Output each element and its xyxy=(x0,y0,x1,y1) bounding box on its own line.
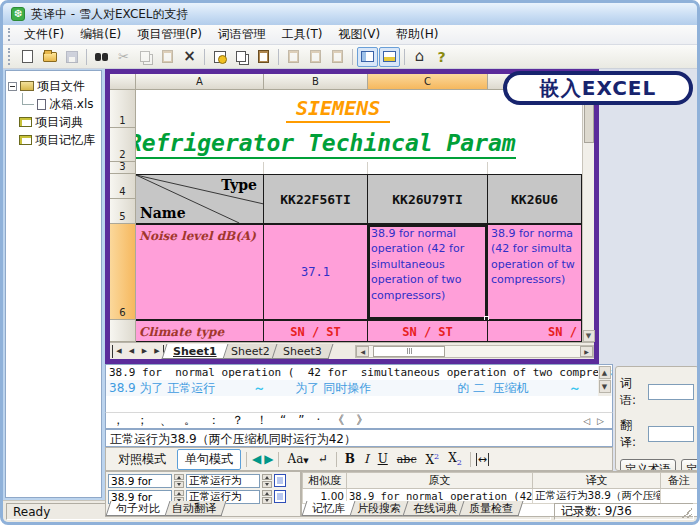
tab-sheet3[interactable]: Sheet3 xyxy=(272,344,334,359)
cell-climate-c[interactable]: SN / ST xyxy=(368,320,488,342)
tree-item-project-memory[interactable]: 项目记忆库 xyxy=(8,131,99,149)
tab-quality-check[interactable]: 质量检查 xyxy=(459,501,524,516)
row-header-3[interactable]: 3 xyxy=(110,162,136,174)
next-segment-icon[interactable]: ▶ xyxy=(264,452,273,466)
row-header-7[interactable] xyxy=(110,320,136,342)
scroll-left-icon[interactable]: ◀ xyxy=(356,346,369,357)
cell-climate-b[interactable]: SN / ST xyxy=(264,320,368,342)
open-file-button[interactable] xyxy=(39,47,60,67)
sentence-view[interactable]: 38.9 for normal operation ( 42 for simul… xyxy=(105,364,613,412)
paste-c-button[interactable] xyxy=(327,47,348,67)
menu-grip[interactable] xyxy=(8,28,11,41)
copy-fragment-icon[interactable] xyxy=(274,490,286,503)
paste-fragment-icon[interactable] xyxy=(274,474,286,487)
vertical-scroll-thumb[interactable] xyxy=(584,103,594,143)
strikethrough-button[interactable]: abc xyxy=(394,453,420,466)
source-fragment-input[interactable]: 38.9 for xyxy=(108,474,172,488)
define-term-button[interactable]: 定义术语 xyxy=(620,459,676,471)
translation-input[interactable] xyxy=(648,426,694,442)
tab-online-dictionary[interactable]: 在线词典 xyxy=(403,501,468,516)
sentence-scrollbar[interactable]: ▲ ▼ xyxy=(598,366,611,396)
tab-sentence-compare[interactable]: 句子对比 xyxy=(106,501,171,516)
cell-type-name[interactable]: Type Name xyxy=(136,174,264,224)
row-header-4[interactable]: 4 xyxy=(110,174,136,199)
excel-select-all[interactable] xyxy=(110,74,136,90)
insert-break-button[interactable]: ↵ xyxy=(315,452,331,466)
delete-button[interactable]: × xyxy=(179,47,200,67)
scroll-right-icon[interactable]: ▶ xyxy=(580,346,593,357)
menu-file[interactable]: 文件(F) xyxy=(17,24,71,45)
cell-noise-c-selected[interactable]: 38.9 for normal operation (42 for simult… xyxy=(368,224,488,320)
bold-button[interactable]: B xyxy=(342,452,358,466)
empty-row[interactable] xyxy=(136,162,582,174)
row-header-6[interactable]: 6 xyxy=(110,224,136,320)
tree-item-workbook[interactable]: 冰箱.xls xyxy=(8,95,99,113)
paste-b-button[interactable] xyxy=(305,47,326,67)
font-button[interactable]: Aa▼ xyxy=(284,452,311,466)
target-spinner[interactable] xyxy=(262,474,272,488)
target-edit-field[interactable]: 正常运行为38.9（两个压缩机同时运行为42） xyxy=(105,429,613,447)
cell-climate-d[interactable]: SN / xyxy=(488,320,582,342)
collapse-icon[interactable] xyxy=(8,82,17,91)
import-file-button[interactable] xyxy=(231,47,252,67)
cell-climate-label[interactable]: Climate type xyxy=(136,320,264,342)
home-button[interactable]: ⌂ xyxy=(409,47,430,67)
prev-segment-icon[interactable]: ◀ xyxy=(252,452,261,466)
menu-terms[interactable]: 词语管理 xyxy=(211,24,273,45)
menu-project[interactable]: 项目管理(P) xyxy=(130,24,209,45)
target-fragment-input[interactable]: 正常运行为 xyxy=(186,474,260,488)
scroll-down-icon[interactable]: ▼ xyxy=(599,380,611,393)
target-spinner[interactable] xyxy=(262,490,272,504)
copy-page-button[interactable] xyxy=(253,47,274,67)
next-sheet-icon[interactable]: ▶ xyxy=(138,345,151,358)
toggle-preview-layout-button[interactable] xyxy=(379,47,400,67)
toggle-split-layout-button[interactable] xyxy=(357,47,378,67)
tab-sheet1[interactable]: Sheet1 xyxy=(162,344,228,359)
export-settings-button[interactable] xyxy=(209,47,230,67)
tab-memory[interactable]: 记忆库 xyxy=(302,501,356,516)
source-spinner[interactable] xyxy=(174,474,184,488)
underline-button[interactable]: U xyxy=(375,452,391,466)
paste-a-button[interactable] xyxy=(283,47,304,67)
row-header-5[interactable]: 5 xyxy=(110,199,136,224)
superscript-button[interactable]: X2 xyxy=(423,452,443,467)
new-document-button[interactable] xyxy=(17,47,38,67)
column-header-c[interactable]: C xyxy=(368,74,488,90)
punctuation-scroll-icons[interactable]: ◁ ▷ xyxy=(583,416,606,426)
cut-button[interactable]: ✂ xyxy=(113,47,134,67)
find-button[interactable] xyxy=(91,47,112,67)
first-sheet-icon[interactable]: ◀ xyxy=(112,345,125,358)
row-header-2[interactable]: 2 xyxy=(110,128,136,162)
tab-fragment-search[interactable]: 片段搜索 xyxy=(347,501,412,516)
paste-button[interactable] xyxy=(157,47,178,67)
tree-item-project-dictionary[interactable]: 项目词典 xyxy=(8,113,99,131)
single-sentence-mode-button[interactable]: 单句模式 xyxy=(177,449,241,470)
column-header-a[interactable]: A xyxy=(136,74,264,90)
punctuation-bar[interactable]: ， ； 、 。 ： ？ ！ “ ” · 《 》 ◁ ▷ xyxy=(105,412,613,429)
fit-width-button[interactable]: ↔ xyxy=(476,453,489,466)
scroll-up-icon[interactable]: ▲ xyxy=(599,366,611,379)
menu-help[interactable]: 帮助(H) xyxy=(389,24,445,45)
save-button[interactable] xyxy=(61,47,82,67)
cell-model-2[interactable]: KK26U79TI xyxy=(368,174,488,224)
menu-view[interactable]: 视图(V) xyxy=(332,24,388,45)
copy-button[interactable] xyxy=(135,47,156,67)
cell-noise-label[interactable]: Noise level dB(A) xyxy=(136,224,264,320)
define-new-word-button[interactable]: 定义新词 xyxy=(681,459,699,471)
prev-sheet-icon[interactable]: ◀ xyxy=(125,345,138,358)
title-bar[interactable]: ❆ 英译中 - 雪人对EXCEL的支持 xyxy=(3,3,697,25)
toolbar-grip[interactable] xyxy=(8,48,11,65)
punctuation-shortcuts[interactable]: ， ； 、 。 ： ？ ！ “ ” · 《 》 xyxy=(112,412,368,429)
menu-tools[interactable]: 工具(T) xyxy=(275,24,330,45)
cell-noise-d[interactable]: 38.9 for norma (42 for simulta operation… xyxy=(488,224,582,320)
cell-noise-b[interactable]: 37.1 xyxy=(264,224,368,320)
cell-subtitle[interactable]: Refrigerator Techincal Param xyxy=(136,128,582,162)
compare-mode-button[interactable]: 对照模式 xyxy=(110,449,174,470)
horizontal-scroll-thumb[interactable] xyxy=(373,346,445,357)
excel-horizontal-scrollbar[interactable]: ◀ ▶ xyxy=(355,345,594,358)
word-input[interactable] xyxy=(648,384,694,400)
column-header-b[interactable]: B xyxy=(264,74,368,90)
scroll-down-icon[interactable]: ▼ xyxy=(583,330,595,342)
cell-model-1[interactable]: KK22F56TI xyxy=(264,174,368,224)
resize-grip[interactable] xyxy=(682,508,692,518)
